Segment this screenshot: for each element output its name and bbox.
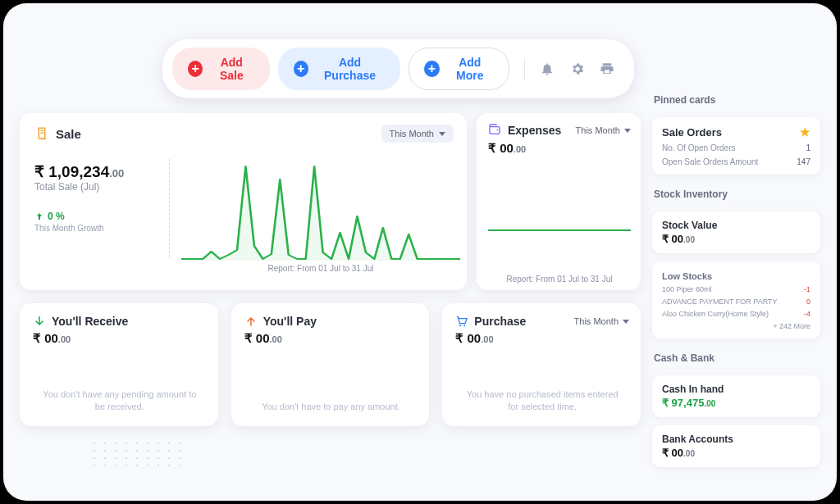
bank-accounts-amount: ₹ 00.00 [662, 447, 810, 459]
expenses-card: Expenses This Month ₹ 00.00 Report: From… [477, 113, 641, 290]
low-stocks-more[interactable]: + 242 More [662, 322, 810, 330]
sale-sparkline [181, 162, 460, 261]
purchase-card: Purchase This Month ₹ 00.00 You have no … [442, 303, 641, 426]
expenses-period-select[interactable]: This Month [576, 125, 631, 135]
decorative-dots [94, 443, 184, 466]
arrow-up-icon [34, 211, 44, 221]
card-divider [169, 159, 170, 257]
plus-icon: + [188, 61, 203, 77]
chevron-down-icon [623, 320, 629, 324]
purchase-amount: ₹ 00.00 [455, 331, 629, 346]
sale-growth-sub: This Month Growth [34, 224, 158, 233]
sale-subtitle: Total Sale (Jul) [34, 181, 158, 193]
cash-in-hand-title: Cash In hand [662, 384, 810, 395]
toolbar-separator [524, 58, 525, 79]
svg-point-0 [497, 129, 499, 131]
table-row: ADVANCE PAYMENT FOR PARTY0 [662, 297, 810, 306]
stock-section-title: Stock Inventory [652, 183, 820, 203]
receive-card: You'll Receive ₹ 00.00 You don't have an… [20, 303, 218, 426]
purchase-placeholder: You have no purchased items entered for … [455, 388, 629, 418]
purchase-title: Purchase [455, 315, 526, 328]
chevron-down-icon [624, 129, 631, 133]
bell-icon[interactable] [540, 61, 555, 77]
svg-point-1 [459, 325, 461, 326]
cash-in-hand-amount: ₹ 97,475.00 [662, 397, 810, 409]
add-purchase-button[interactable]: + Add Purchase [278, 48, 401, 90]
sale-title: Sale [34, 126, 81, 141]
bank-accounts-title: Bank Accounts [662, 434, 810, 445]
add-purchase-label: Add Purchase [315, 56, 386, 82]
expenses-title: Expenses [488, 123, 561, 138]
plus-icon: + [294, 61, 308, 77]
arrow-down-icon [33, 315, 46, 328]
cash-section-title: Cash & Bank [652, 347, 820, 367]
table-row: No. Of Open Orders1 [662, 143, 810, 152]
pay-placeholder: You don't have to pay any amount. [244, 401, 418, 418]
expenses-amount: ₹ 00.00 [488, 141, 631, 156]
top-toolbar: + Add Sale + Add Purchase + Add More [162, 39, 634, 98]
arrow-up-icon [244, 315, 258, 328]
sale-period-select[interactable]: This Month [381, 125, 454, 143]
plus-icon: + [424, 61, 439, 77]
svg-point-2 [464, 325, 466, 326]
stock-value-card[interactable]: Stock Value ₹ 00.00 [652, 211, 820, 253]
cart-icon [455, 315, 468, 328]
table-row: Aloo Chicken Curry(Home Style)-4 [662, 310, 810, 318]
sale-amount: ₹ 1,09,234.00 [34, 162, 158, 181]
receive-title: You'll Receive [33, 315, 207, 328]
add-sale-label: Add Sale [209, 56, 253, 82]
table-row: 100 Piper 60ml-1 [662, 285, 810, 293]
stock-value-title: Stock Value [662, 220, 810, 231]
sale-card: Sale This Month ₹ 1,09,234.00 Total Sale… [20, 113, 467, 290]
low-stocks-title: Low Stocks [662, 271, 810, 281]
add-sale-button[interactable]: + Add Sale [172, 48, 270, 90]
pay-title: You'll Pay [244, 315, 418, 328]
add-more-button[interactable]: + Add More [409, 48, 509, 90]
expenses-report-label: Report: From 01 Jul to 31 Jul [507, 275, 613, 284]
stock-value-amount: ₹ 00.00 [662, 233, 810, 245]
sale-orders-card[interactable]: Sale Orders ★ No. Of Open Orders1 Open S… [652, 117, 820, 175]
sale-orders-title: Sale Orders [662, 126, 722, 138]
wallet-icon [488, 123, 503, 138]
receive-amount: ₹ 00.00 [33, 331, 207, 346]
low-stocks-card[interactable]: Low Stocks 100 Piper 60ml-1 ADVANCE PAYM… [652, 261, 820, 338]
expenses-sparkline [488, 156, 631, 271]
cash-in-hand-card[interactable]: Cash In hand ₹ 97,475.00 [652, 375, 820, 417]
sale-report-label: Report: From 01 Jul to 31 Jul [268, 264, 374, 273]
receive-placeholder: You don't have any pending amount to be … [33, 388, 207, 418]
gear-icon[interactable] [569, 61, 584, 77]
chevron-down-icon [439, 132, 445, 136]
star-icon[interactable]: ★ [800, 125, 810, 138]
sale-growth: 0 % [34, 211, 158, 222]
invoice-icon [34, 126, 49, 141]
pay-amount: ₹ 00.00 [244, 331, 418, 346]
bank-accounts-card[interactable]: Bank Accounts ₹ 00.00 [652, 425, 820, 467]
printer-icon[interactable] [600, 61, 614, 77]
pinned-section-title: Pinned cards [652, 89, 820, 109]
purchase-period-select[interactable]: This Month [574, 316, 629, 326]
add-more-label: Add More [446, 56, 495, 82]
table-row: Open Sale Orders Amount147 [662, 157, 810, 166]
pay-card: You'll Pay ₹ 00.00 You don't have to pay… [231, 303, 430, 426]
